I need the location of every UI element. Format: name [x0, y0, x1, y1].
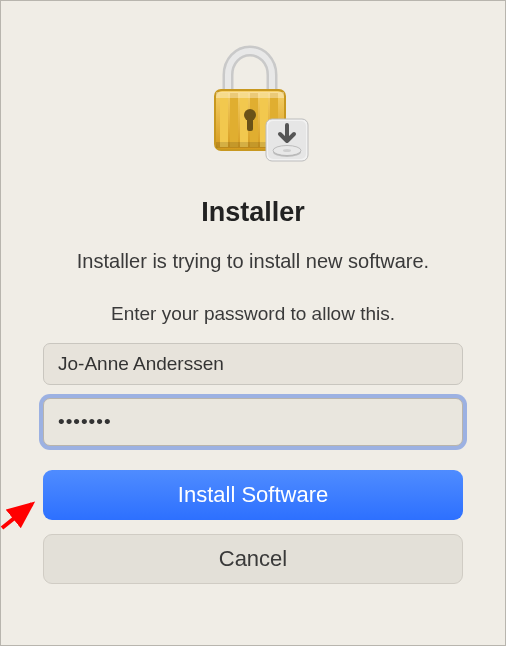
- dialog-buttons: Install Software Cancel: [43, 470, 463, 584]
- install-software-button[interactable]: Install Software: [43, 470, 463, 520]
- svg-rect-11: [247, 117, 253, 131]
- svg-rect-2: [220, 93, 228, 147]
- installer-badge-icon: [266, 119, 308, 161]
- username-field[interactable]: [43, 343, 463, 385]
- credentials-fields: [43, 343, 463, 446]
- password-field[interactable]: [43, 398, 463, 446]
- dialog-message: Installer is trying to install new softw…: [77, 250, 429, 273]
- svg-point-16: [283, 149, 291, 152]
- cancel-button[interactable]: Cancel: [43, 534, 463, 584]
- lock-icon: [188, 39, 318, 169]
- dialog-submessage: Enter your password to allow this.: [111, 303, 395, 325]
- password-wrap: [43, 398, 463, 446]
- svg-rect-3: [230, 93, 238, 147]
- svg-rect-8: [216, 92, 284, 98]
- dialog-title: Installer: [201, 197, 305, 228]
- auth-dialog: Installer Installer is trying to install…: [0, 0, 506, 646]
